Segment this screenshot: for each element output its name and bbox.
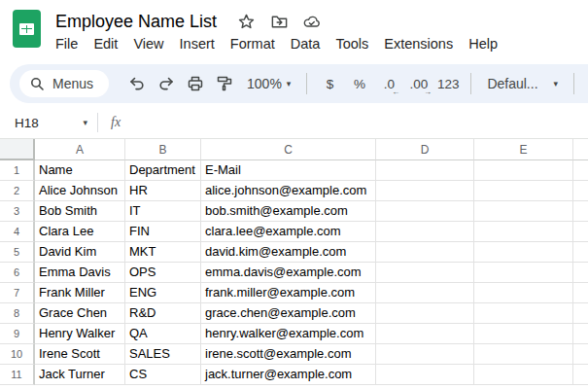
column-header-D[interactable]: D bbox=[376, 139, 474, 160]
cell-B10[interactable]: SALES bbox=[125, 344, 201, 365]
row-header-5[interactable]: 5 bbox=[0, 242, 35, 263]
cell-C3[interactable]: bob.smith@example.com bbox=[201, 201, 376, 222]
cell-E3[interactable] bbox=[474, 201, 573, 222]
cell-A7[interactable]: Frank Miller bbox=[35, 283, 125, 303]
cell-A2[interactable]: Alice Johnson bbox=[35, 181, 125, 201]
cell-C11[interactable]: jack.turner@example.com bbox=[201, 365, 376, 385]
cell-D3[interactable] bbox=[376, 201, 474, 222]
menu-view[interactable]: View bbox=[125, 33, 171, 54]
cell-D6[interactable] bbox=[376, 263, 474, 283]
cell-E9[interactable] bbox=[474, 324, 573, 344]
cell-D10[interactable] bbox=[376, 344, 474, 365]
menu-extensions[interactable]: Extensions bbox=[376, 33, 461, 54]
row-header-8[interactable]: 8 bbox=[0, 303, 35, 324]
cell-C1[interactable]: E-Mail bbox=[201, 160, 376, 181]
print-icon[interactable] bbox=[181, 69, 210, 98]
cell-D9[interactable] bbox=[376, 324, 474, 344]
cell-A4[interactable]: Clara Lee bbox=[35, 222, 125, 242]
cell-B7[interactable]: ENG bbox=[125, 283, 201, 303]
spreadsheet-grid: ABCDE 1NameDepartmentE-Mail2Alice Johnso… bbox=[0, 139, 588, 385]
column-header-A[interactable]: A bbox=[35, 139, 125, 160]
cell-C5[interactable]: david.kim@example.com bbox=[201, 242, 376, 263]
cell-C10[interactable]: irene.scott@example.com bbox=[201, 344, 376, 365]
cell-B1[interactable]: Department bbox=[125, 160, 201, 181]
column-header-C[interactable]: C bbox=[201, 139, 376, 160]
cell-D7[interactable] bbox=[376, 283, 474, 303]
cell-B6[interactable]: OPS bbox=[125, 263, 201, 283]
row-header-4[interactable]: 4 bbox=[0, 222, 35, 242]
cell-E8[interactable] bbox=[474, 303, 573, 324]
cell-E4[interactable] bbox=[474, 222, 573, 242]
document-title[interactable]: Employee Name List bbox=[55, 12, 217, 32]
menu-insert[interactable]: Insert bbox=[172, 33, 223, 54]
cell-D4[interactable] bbox=[376, 222, 474, 242]
format-currency-button[interactable]: $ bbox=[315, 69, 344, 98]
cell-B4[interactable]: FIN bbox=[125, 222, 201, 242]
menu-file[interactable]: File bbox=[48, 33, 86, 54]
column-header-E[interactable]: E bbox=[474, 139, 573, 160]
format-percent-button[interactable]: % bbox=[345, 69, 374, 98]
cell-C4[interactable]: clara.lee@example.com bbox=[201, 222, 376, 242]
column-header-B[interactable]: B bbox=[125, 139, 201, 160]
cell-D8[interactable] bbox=[376, 303, 474, 324]
cell-B2[interactable]: HR bbox=[125, 181, 201, 201]
cell-E7[interactable] bbox=[474, 283, 573, 303]
cell-name-box[interactable]: H18 ▾ bbox=[15, 116, 97, 130]
row-header-7[interactable]: 7 bbox=[0, 283, 35, 303]
cell-E6[interactable] bbox=[474, 263, 573, 283]
increase-decimals-button[interactable]: .00 → bbox=[404, 69, 433, 98]
cell-C9[interactable]: henry.walker@example.com bbox=[201, 324, 376, 344]
row-header-10[interactable]: 10 bbox=[0, 344, 35, 365]
cell-B9[interactable]: QA bbox=[125, 324, 201, 344]
decrease-decimals-button[interactable]: .0 ← bbox=[374, 69, 403, 98]
row-header-6[interactable]: 6 bbox=[0, 263, 35, 283]
cell-A1[interactable]: Name bbox=[35, 160, 125, 181]
menu-help[interactable]: Help bbox=[461, 33, 505, 54]
paint-format-icon[interactable] bbox=[210, 69, 239, 98]
cell-C8[interactable]: grace.chen@example.com bbox=[201, 303, 376, 324]
menu-format[interactable]: Format bbox=[223, 33, 283, 54]
cloud-saved-icon[interactable] bbox=[302, 13, 322, 32]
cell-A6[interactable]: Emma Davis bbox=[35, 263, 125, 283]
row-header-3[interactable]: 3 bbox=[0, 201, 35, 222]
cell-D2[interactable] bbox=[376, 181, 474, 201]
menus-search-button[interactable]: Menus bbox=[19, 70, 109, 97]
cell-A9[interactable]: Henry Walker bbox=[35, 324, 125, 344]
undo-button[interactable] bbox=[122, 69, 152, 98]
cell-B8[interactable]: R&D bbox=[125, 303, 201, 324]
move-to-folder-icon[interactable] bbox=[269, 13, 289, 32]
redo-button[interactable] bbox=[152, 69, 181, 98]
cell-E1[interactable] bbox=[474, 160, 573, 181]
cell-C2[interactable]: alice.johnson@example.com bbox=[201, 181, 376, 201]
zoom-select[interactable]: 100% ▾ bbox=[239, 69, 298, 98]
cell-A3[interactable]: Bob Smith bbox=[35, 201, 125, 222]
cell-B11[interactable]: CS bbox=[125, 365, 201, 385]
cell-A10[interactable]: Irene Scott bbox=[35, 344, 125, 365]
row-header-9[interactable]: 9 bbox=[0, 324, 35, 344]
cell-E11[interactable] bbox=[474, 365, 573, 385]
select-all-corner[interactable] bbox=[0, 139, 35, 160]
cell-B3[interactable]: IT bbox=[125, 201, 201, 222]
cell-A11[interactable]: Jack Turner bbox=[35, 365, 125, 385]
cell-E10[interactable] bbox=[474, 344, 573, 365]
row-header-11[interactable]: 11 bbox=[0, 365, 35, 385]
cell-A5[interactable]: David Kim bbox=[35, 242, 125, 263]
menu-edit[interactable]: Edit bbox=[86, 33, 125, 54]
sheets-logo-icon[interactable] bbox=[13, 10, 41, 48]
menu-data[interactable]: Data bbox=[283, 33, 329, 54]
cell-D11[interactable] bbox=[376, 365, 474, 385]
cell-E2[interactable] bbox=[474, 181, 573, 201]
number-format-select[interactable]: Defaul... ▾ bbox=[479, 69, 566, 98]
star-icon[interactable] bbox=[236, 13, 256, 32]
cell-D5[interactable] bbox=[376, 242, 474, 263]
more-formats-button[interactable]: 123 bbox=[433, 69, 463, 98]
cell-C6[interactable]: emma.davis@example.com bbox=[201, 263, 376, 283]
menu-tools[interactable]: Tools bbox=[328, 33, 376, 54]
cell-E5[interactable] bbox=[474, 242, 573, 263]
row-header-1[interactable]: 1 bbox=[0, 160, 35, 181]
cell-C7[interactable]: frank.miller@example.com bbox=[201, 283, 376, 303]
cell-D1[interactable] bbox=[376, 160, 474, 181]
cell-B5[interactable]: MKT bbox=[125, 242, 201, 263]
row-header-2[interactable]: 2 bbox=[0, 181, 35, 201]
cell-A8[interactable]: Grace Chen bbox=[35, 303, 125, 324]
